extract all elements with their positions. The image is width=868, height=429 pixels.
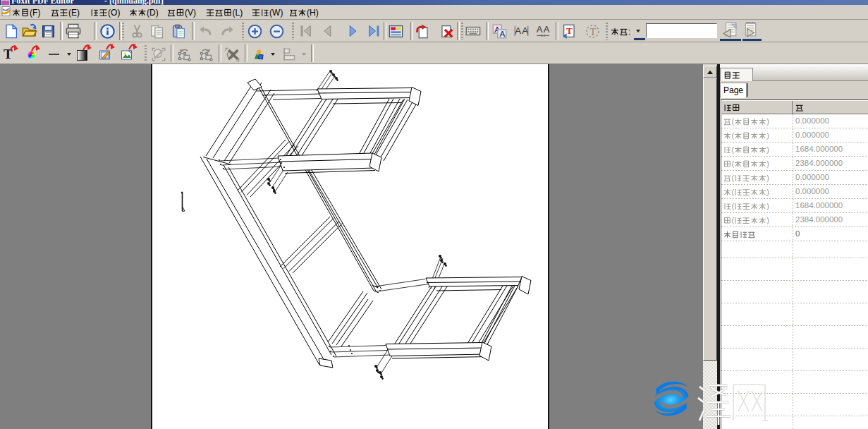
svg-text:T: T [566,25,572,36]
svg-text:): ) [766,145,769,154]
svg-text:): ) [766,131,769,140]
svg-text:(: ( [732,216,735,224]
svg-text:E: E [71,8,77,18]
svg-text:V: V [188,8,193,18]
svg-text:): ) [766,174,769,182]
svg-text:(: ( [732,159,735,168]
svg-text:(: ( [732,145,735,154]
svg-text:(: ( [732,117,735,126]
svg-text:): ) [766,216,769,224]
svg-text:): ) [766,202,769,210]
svg-text:): ) [240,8,243,18]
svg-text:): ) [766,159,769,168]
svg-text:A: A [515,25,521,36]
svg-text:): ) [77,8,80,18]
svg-text:): ) [766,188,769,196]
svg-text:A: A [499,29,505,39]
svg-text:(: ( [732,131,735,140]
svg-text:): ) [156,8,159,18]
svg-text:T: T [589,25,596,37]
svg-text:A: A [536,24,542,35]
svg-text:A: A [522,25,528,36]
svg-text:): ) [316,8,319,18]
svg-text:O: O [111,8,117,18]
svg-text:): ) [117,8,120,18]
svg-text:F: F [32,8,37,18]
svg-text:): ) [766,117,769,126]
svg-text:H: H [310,8,316,18]
svg-text:A: A [543,24,549,35]
svg-text::: : [628,27,630,37]
svg-text:): ) [280,8,283,18]
svg-text:): ) [37,8,40,18]
svg-text:): ) [193,8,196,18]
svg-text:(: ( [732,174,735,182]
svg-text:W: W [272,8,281,18]
svg-text:(: ( [732,188,735,196]
svg-text:(: ( [732,202,735,210]
